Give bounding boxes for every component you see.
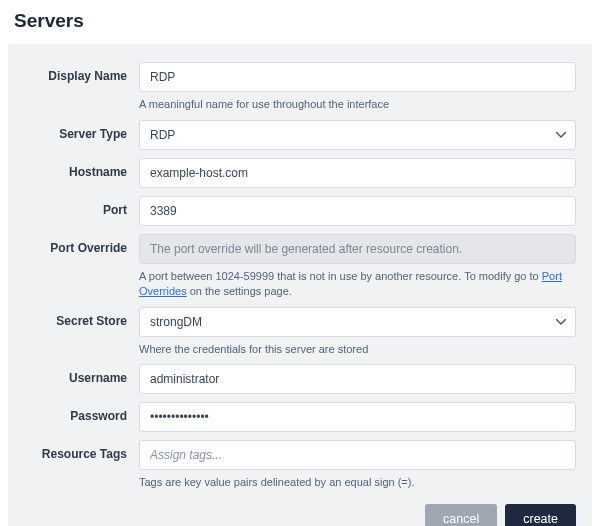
- port-override-help-prefix: A port between 1024-59999 that is not in…: [139, 270, 542, 282]
- server-type-select[interactable]: RDP: [139, 120, 576, 150]
- button-row: cancel create: [24, 504, 576, 526]
- hostname-input[interactable]: [139, 158, 576, 188]
- username-label: Username: [24, 364, 139, 385]
- resource-tags-help: Tags are key value pairs delineated by a…: [139, 475, 576, 490]
- display-name-input[interactable]: [139, 62, 576, 92]
- port-override-readonly: The port override will be generated afte…: [139, 234, 576, 264]
- port-label: Port: [24, 196, 139, 217]
- cancel-button[interactable]: cancel: [425, 504, 497, 526]
- secret-store-select[interactable]: strongDM: [139, 307, 576, 337]
- display-name-label: Display Name: [24, 62, 139, 83]
- password-input[interactable]: [139, 402, 576, 432]
- username-input[interactable]: [139, 364, 576, 394]
- server-form: Display Name A meaningful name for use t…: [8, 44, 592, 526]
- server-type-label: Server Type: [24, 120, 139, 141]
- page-title: Servers: [0, 0, 600, 44]
- secret-store-help: Where the credentials for this server ar…: [139, 342, 576, 357]
- secret-store-label: Secret Store: [24, 307, 139, 328]
- resource-tags-input[interactable]: [139, 440, 576, 470]
- port-override-label: Port Override: [24, 234, 139, 255]
- hostname-label: Hostname: [24, 158, 139, 179]
- password-label: Password: [24, 402, 139, 423]
- port-override-help: A port between 1024-59999 that is not in…: [139, 269, 576, 299]
- resource-tags-label: Resource Tags: [24, 440, 139, 461]
- create-button[interactable]: create: [505, 504, 576, 526]
- port-override-help-suffix: on the settings page.: [187, 285, 292, 297]
- port-input[interactable]: [139, 196, 576, 226]
- display-name-help: A meaningful name for use throughout the…: [139, 97, 576, 112]
